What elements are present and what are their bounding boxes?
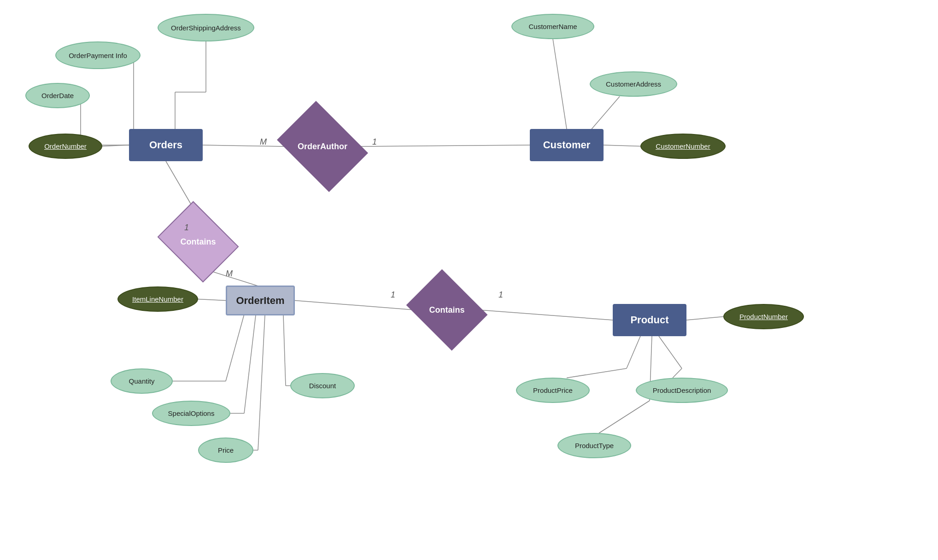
svg-line-17 — [604, 145, 641, 146]
attribute-ordernumber: OrderNumber — [29, 134, 102, 159]
entity-orders: Orders — [129, 129, 203, 161]
attribute-orderdate: OrderDate — [25, 83, 90, 108]
svg-line-26 — [283, 315, 286, 386]
attribute-productnumber: ProductNumber — [723, 304, 804, 329]
attribute-productprice: ProductPrice — [516, 378, 590, 403]
svg-line-30 — [673, 368, 682, 378]
attribute-specialoptions: SpecialOptions — [152, 401, 230, 426]
svg-line-20 — [226, 315, 244, 381]
cardinality-1: 1 — [372, 137, 377, 147]
cardinality-0: M — [260, 137, 267, 147]
svg-line-15 — [553, 39, 567, 129]
svg-line-22 — [244, 315, 256, 414]
entity-product: Product — [613, 304, 686, 336]
cardinality-2: 1 — [184, 223, 189, 233]
attribute-quantity: Quantity — [111, 368, 173, 394]
relationship-contains2: Contains — [415, 285, 479, 335]
svg-line-29 — [627, 336, 640, 368]
svg-line-4 — [295, 301, 415, 310]
attribute-orderpaymentinfo: OrderPayment Info — [55, 41, 141, 69]
cardinality-4: 1 — [391, 290, 395, 300]
er-diagram: OrdersCustomerOrderItemProductOrderAutho… — [0, 0, 938, 560]
svg-line-1 — [359, 145, 530, 146]
attribute-ordershippingaddress: OrderShippingAddress — [158, 14, 254, 41]
svg-line-5 — [479, 310, 613, 320]
attribute-itemlinenumber: ItemLineNumber — [117, 286, 198, 312]
entity-customer: Customer — [530, 129, 604, 161]
attribute-productdescription: ProductDescription — [636, 378, 728, 403]
svg-line-16 — [590, 97, 620, 132]
svg-line-28 — [567, 368, 627, 378]
svg-line-24 — [258, 315, 265, 450]
attribute-customername: CustomerName — [511, 14, 594, 39]
attribute-discount: Discount — [290, 373, 355, 398]
cardinality-3: M — [226, 269, 233, 279]
relationship-contains1: Contains — [166, 216, 230, 267]
cardinality-5: 1 — [498, 290, 503, 300]
svg-line-32 — [599, 401, 650, 433]
svg-line-27 — [686, 317, 724, 321]
entity-orderitem: OrderItem — [226, 286, 295, 315]
attribute-price: Price — [198, 438, 253, 463]
relationship-orderauthor: OrderAuthor — [286, 119, 359, 174]
svg-line-14 — [102, 145, 129, 146]
svg-line-31 — [659, 336, 682, 368]
svg-line-18 — [198, 299, 226, 301]
attribute-customeraddress: CustomerAddress — [590, 71, 677, 97]
attribute-customernumber: CustomerNumber — [640, 134, 726, 159]
svg-line-0 — [203, 145, 286, 146]
attribute-producttype: ProductType — [557, 433, 631, 458]
